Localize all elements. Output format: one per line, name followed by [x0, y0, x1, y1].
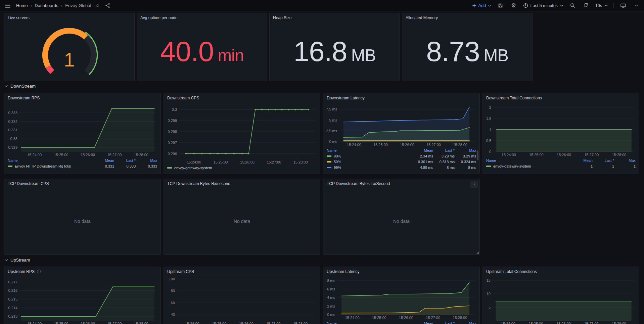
panel-header[interactable]: Heap Size: [270, 13, 400, 22]
time-range-label: Last 5 minutes: [531, 3, 558, 8]
panel-header[interactable]: Upstream Total Connections: [483, 267, 639, 276]
svg-text:0.332: 0.332: [8, 120, 17, 124]
panel-header[interactable]: TCP Downstream Bytes Rx/second: [164, 179, 320, 188]
top-navbar: Home › Dashboards › Envoy Global ☆ Add ⚙…: [0, 0, 644, 11]
panel-header[interactable]: Allocated Memory: [402, 13, 532, 22]
kiosk-mode-button[interactable]: [619, 2, 627, 10]
breadcrumb-dashboards[interactable]: Dashboards: [35, 3, 58, 8]
add-button[interactable]: Add: [472, 3, 491, 8]
panel-title: Heap Size: [273, 15, 291, 20]
panel-header[interactable]: Downstream CPS: [164, 93, 320, 102]
favorite-star-button[interactable]: ☆: [94, 2, 101, 10]
panel-header[interactable]: Avg uptime per node: [137, 13, 267, 22]
panel-header[interactable]: Downstream Latency: [323, 93, 479, 102]
add-button-label: Add: [478, 3, 486, 8]
downstream-total-connections-chart[interactable]: 00.511.5215:24:0015:25:0015:26:0015:27:0…: [483, 102, 639, 157]
svg-text:15:26:00: 15:26:00: [240, 160, 255, 164]
panel-menu-button[interactable]: ⋮: [470, 181, 478, 188]
svg-text:15:27:00: 15:27:00: [107, 153, 122, 157]
legend-row[interactable]: 99%4.89 ms8 ms8 ms: [327, 165, 476, 170]
panel-title: Upstream Total Connections: [486, 269, 537, 274]
panel-header[interactable]: Downstream Total Connections: [483, 93, 639, 102]
svg-text:15:26:00: 15:26:00: [399, 316, 413, 320]
row-toggle-downstream[interactable]: DownStream: [5, 84, 36, 89]
panel-live-servers: Live servers 1: [4, 13, 135, 81]
svg-text:15:26:00: 15:26:00: [81, 153, 95, 157]
save-dashboard-button[interactable]: [497, 2, 504, 10]
panel-title: TCP Downstream CPS: [8, 181, 49, 186]
stat-value-area: 40.0 min: [137, 22, 267, 81]
refresh-interval-picker[interactable]: 10s: [595, 3, 608, 8]
series-color-swatch: [8, 166, 12, 167]
stat-number: 16.8: [293, 37, 347, 65]
panel-header[interactable]: Upstream Latency: [323, 267, 479, 276]
zoom-out-button[interactable]: [569, 2, 577, 10]
panel-title: Downstream Total Connections: [486, 96, 542, 100]
panel-title: Downstream RPS: [8, 96, 40, 100]
panel-header[interactable]: TCP Downstream CPS: [4, 179, 160, 188]
refresh-icon: [583, 3, 588, 8]
svg-text:0 ms: 0 ms: [329, 140, 337, 144]
panel-resize-handle[interactable]: [476, 251, 479, 254]
legend-header[interactable]: NameMeanLast *Max: [327, 147, 476, 153]
no-data-message: No data: [4, 188, 160, 254]
upstream-latency-chart[interactable]: 0 ms2 ms4 ms6 ms8 ms15:24:0015:25:0015:2…: [323, 276, 479, 320]
refresh-button[interactable]: [582, 2, 590, 10]
svg-text:0: 0: [489, 150, 491, 154]
legend-row[interactable]: envoy-gateway-system: [167, 165, 317, 171]
row-toggle-upstream[interactable]: UpStream: [5, 258, 30, 263]
upstream-cps-chart[interactable]: 40608010015:24:0015:25:0015:26:0015:27:0…: [164, 276, 320, 324]
stat-unit: MB: [351, 47, 376, 64]
legend-row[interactable]: Envoy HTTP Downstream Rq total0.3310.333…: [8, 163, 157, 169]
legend-header[interactable]: NameMeanLast *Max: [486, 157, 636, 163]
panel-heap-size: Heap Size 16.8 MB: [269, 13, 400, 81]
downstream-cps-chart[interactable]: 0.2960.2970.2980.2990.315:24:0015:25:001…: [164, 102, 320, 165]
star-icon: ☆: [95, 3, 100, 8]
svg-text:0.213: 0.213: [8, 314, 17, 318]
legend-header[interactable]: NameMeanLast *Max: [327, 320, 476, 324]
menu-toggle-button[interactable]: [4, 2, 11, 10]
legend-row[interactable]: 50%0.301 ms0.313 ms0.324 ms: [327, 159, 476, 165]
upstream-rps-chart[interactable]: 0.2130.2140.2150.2160.21715:24:0015:25:0…: [4, 276, 160, 324]
dashboard-settings-button[interactable]: ⚙: [510, 2, 517, 10]
panel-title: Downstream CPS: [167, 96, 199, 100]
svg-text:0.331: 0.331: [8, 128, 17, 132]
panel-title: Allocated Memory: [406, 15, 438, 20]
allocated-memory-value: 8.73 MB: [426, 37, 508, 65]
svg-text:15:26:00: 15:26:00: [400, 143, 414, 147]
breadcrumb-home[interactable]: Home: [16, 3, 28, 8]
row-title: DownStream: [10, 84, 36, 89]
share-button[interactable]: [104, 2, 111, 10]
panel-downstream-total-connections: Downstream Total Connections 00.511.5215…: [482, 93, 639, 174]
svg-text:15:25:00: 15:25:00: [54, 153, 68, 157]
navbar-collapse-button[interactable]: [633, 2, 640, 10]
legend-row[interactable]: 90%2.34 ms3.29 ms3.29 ms: [327, 153, 476, 159]
panel-title: Upstream Latency: [327, 269, 359, 274]
panel-tcp-downstream-cps: TCP Downstream CPS No data: [4, 179, 161, 255]
panel-header[interactable]: Live servers: [4, 13, 134, 22]
svg-text:15:25:00: 15:25:00: [54, 322, 68, 324]
panel-header[interactable]: Upstream RPS ⓘ: [4, 267, 160, 276]
downstream-latency-chart[interactable]: 0 ms2.5 ms5 ms7.5 ms15:24:0015:25:0015:2…: [323, 102, 479, 147]
svg-text:0.214: 0.214: [8, 306, 17, 310]
panel-header[interactable]: Downstream RPS: [4, 93, 160, 102]
svg-text:0 ms: 0 ms: [327, 313, 335, 317]
legend-scrollbar[interactable]: [477, 150, 478, 160]
upstream-total-connections-chart[interactable]: 5101515:24:0015:25:0015:26:0015:27:0015:…: [483, 276, 639, 324]
svg-text:2: 2: [489, 105, 491, 109]
series-color-swatch: [486, 166, 491, 167]
time-range-picker[interactable]: Last 5 minutes: [523, 3, 563, 8]
info-icon[interactable]: ⓘ: [37, 270, 41, 274]
svg-text:15:24:00: 15:24:00: [185, 322, 199, 324]
panel-tcp-downstream-bytes-rx: TCP Downstream Bytes Rx/second No data: [164, 179, 320, 255]
plus-icon: [472, 3, 476, 8]
chevron-down-icon: [604, 5, 608, 7]
legend-row[interactable]: envoy-gateway-system111: [486, 163, 636, 169]
monitor-icon: [620, 3, 626, 8]
svg-text:15:28:00: 15:28:00: [612, 322, 626, 324]
downstream-rps-chart[interactable]: 0.3290.330.3310.3320.33315:24:0015:25:00…: [4, 102, 160, 157]
legend-header[interactable]: NameMeanLast *Max: [8, 157, 157, 163]
panel-header[interactable]: TCP Downstream Bytes Tx/Second: [323, 179, 479, 188]
panel-upstream-latency: Upstream Latency 0 ms2 ms4 ms6 ms8 ms15:…: [323, 267, 480, 324]
panel-header[interactable]: Upstream CPS: [164, 267, 320, 276]
